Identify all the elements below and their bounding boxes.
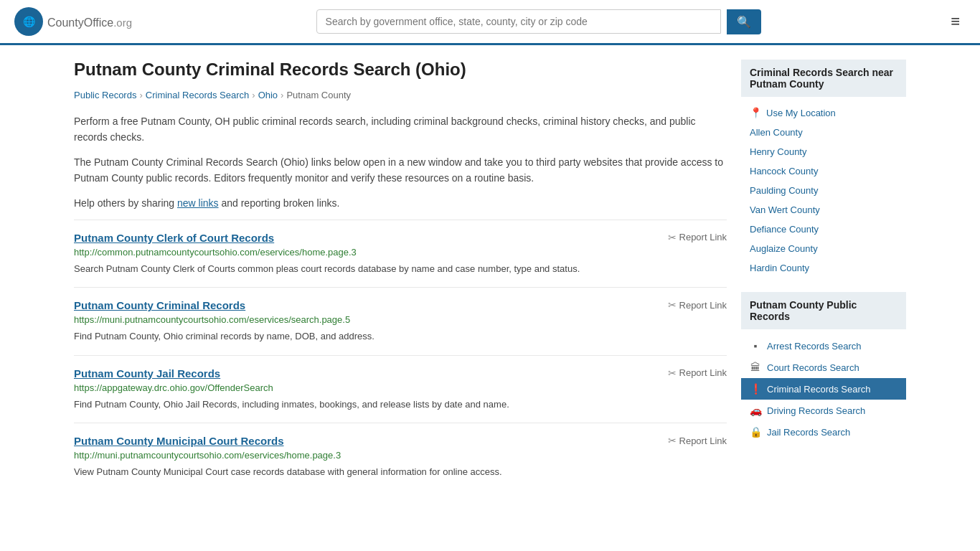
breadcrumb-ohio[interactable]: Ohio	[258, 90, 278, 100]
sidebar: Criminal Records Search near Putnam Coun…	[741, 60, 906, 491]
report-link-3[interactable]: ✂ Report Link	[668, 435, 727, 446]
record-url-2[interactable]: https://appgateway.drc.ohio.gov/Offender…	[74, 382, 727, 393]
record-link-label-3: Driving Records Search	[767, 405, 865, 416]
svg-text:🌐: 🌐	[23, 16, 36, 28]
logo-area: 🌐 CountyOffice.org	[14, 7, 132, 36]
report-link-label-1: Report Link	[679, 300, 727, 311]
record-link-icon-1: 🏛	[750, 362, 761, 373]
report-icon-1: ✂	[668, 299, 677, 311]
record-url-0[interactable]: http://common.putnamcountycourtsohio.com…	[74, 247, 727, 258]
logo-suffix: .org	[113, 17, 132, 29]
record-desc-3: View Putnam County Municipal Court case …	[74, 465, 727, 479]
record-title-3[interactable]: Putnam County Municipal Court Records	[74, 435, 284, 447]
record-desc-2: Find Putnam County, Ohio Jail Records, i…	[74, 397, 727, 412]
report-link-2[interactable]: ✂ Report Link	[668, 367, 727, 379]
description-1: Perform a free Putnam County, OH public …	[74, 113, 727, 146]
hamburger-icon: ≡	[951, 12, 960, 30]
logo-icon: 🌐	[14, 7, 43, 36]
record-title-2[interactable]: Putnam County Jail Records	[74, 367, 220, 380]
report-link-label-0: Report Link	[679, 232, 727, 242]
breadcrumb-putnam: Putnam County	[286, 90, 351, 100]
description-3: Help others by sharing new links and rep…	[74, 195, 727, 211]
use-location-label: Use My Location	[766, 108, 836, 118]
record-link-label-4: Jail Records Search	[767, 427, 850, 438]
sidebar-record-link-0[interactable]: ▪ Arrest Records Search	[741, 335, 906, 357]
search-input[interactable]	[316, 9, 721, 34]
search-bar: 🔍	[316, 9, 761, 34]
sidebar-county-6[interactable]: Auglaize County	[741, 239, 906, 258]
records-list: Putnam County Clerk of Court Records ✂ R…	[74, 220, 727, 491]
breadcrumb-criminal-records[interactable]: Criminal Records Search	[146, 90, 250, 100]
sidebar-record-link-4[interactable]: 🔒 Jail Records Search	[741, 421, 906, 443]
sidebar-county-7[interactable]: Hardin County	[741, 258, 906, 278]
location-icon: 📍	[750, 107, 762, 118]
desc3-after: and reporting broken links.	[219, 197, 340, 209]
main-container: Putnam County Criminal Records Search (O…	[60, 45, 920, 505]
sidebar-county-1[interactable]: Henry County	[741, 142, 906, 161]
sidebar-record-link-1[interactable]: 🏛 Court Records Search	[741, 357, 906, 378]
record-item: Putnam County Clerk of Court Records ✂ R…	[74, 220, 727, 288]
search-button[interactable]: 🔍	[727, 9, 761, 34]
menu-button[interactable]: ≡	[945, 9, 966, 34]
record-link-icon-2: ❗	[750, 383, 761, 395]
report-icon-2: ✂	[668, 367, 677, 379]
report-icon-0: ✂	[668, 232, 677, 243]
content-area: Putnam County Criminal Records Search (O…	[74, 60, 727, 491]
report-link-1[interactable]: ✂ Report Link	[668, 299, 727, 311]
record-url-1[interactable]: https://muni.putnamcountycourtsohio.com/…	[74, 314, 727, 325]
sidebar-county-3[interactable]: Paulding County	[741, 181, 906, 200]
sidebar-record-link-3[interactable]: 🚗 Driving Records Search	[741, 400, 906, 421]
sidebar-county-4[interactable]: Van Wert County	[741, 200, 906, 220]
record-item: Putnam County Criminal Records ✂ Report …	[74, 287, 727, 355]
breadcrumb: Public Records › Criminal Records Search…	[74, 90, 727, 100]
record-title-0[interactable]: Putnam County Clerk of Court Records	[74, 232, 274, 244]
public-records-links: ▪ Arrest Records Search 🏛 Court Records …	[741, 335, 906, 443]
site-header: 🌐 CountyOffice.org 🔍 ≡	[0, 0, 980, 45]
report-link-label-3: Report Link	[679, 435, 727, 446]
description-2: The Putnam County Criminal Records Searc…	[74, 154, 727, 187]
record-link-icon-4: 🔒	[750, 426, 761, 438]
record-url-3[interactable]: http://muni.putnamcountycourtsohio.com/e…	[74, 450, 727, 461]
desc3-before: Help others by sharing	[74, 197, 177, 209]
record-desc-0: Search Putnam County Clerk of Courts com…	[74, 262, 727, 276]
report-link-label-2: Report Link	[679, 367, 727, 378]
breadcrumb-sep-1: ›	[139, 90, 142, 100]
sidebar-county-0[interactable]: Allen County	[741, 123, 906, 142]
breadcrumb-sep-2: ›	[252, 90, 255, 100]
breadcrumb-sep-3: ›	[281, 90, 283, 100]
search-icon: 🔍	[737, 16, 751, 28]
report-link-0[interactable]: ✂ Report Link	[668, 232, 727, 243]
record-link-icon-0: ▪	[750, 340, 761, 352]
record-link-label-1: Court Records Search	[767, 362, 859, 373]
sidebar-county-5[interactable]: Defiance County	[741, 220, 906, 239]
record-link-icon-3: 🚗	[750, 405, 761, 416]
nearby-counties-list: Allen CountyHenry CountyHancock CountyPa…	[741, 123, 906, 278]
logo-text: CountyOffice.org	[47, 14, 132, 30]
page-title: Putnam County Criminal Records Search (O…	[74, 60, 727, 80]
report-icon-3: ✂	[668, 435, 677, 446]
sidebar-section-1-title: Criminal Records Search near Putnam Coun…	[741, 60, 906, 97]
record-item: Putnam County Municipal Court Records ✂ …	[74, 423, 727, 491]
use-location-button[interactable]: 📍 Use My Location	[741, 103, 906, 123]
breadcrumb-public-records[interactable]: Public Records	[74, 90, 136, 100]
logo-name: CountyOffice	[47, 17, 113, 29]
record-title-1[interactable]: Putnam County Criminal Records	[74, 299, 245, 311]
record-link-label-0: Arrest Records Search	[767, 341, 862, 352]
record-item: Putnam County Jail Records ✂ Report Link…	[74, 355, 727, 423]
sidebar-record-link-2[interactable]: ❗ Criminal Records Search	[741, 378, 906, 400]
sidebar-section-2-title: Putnam County Public Records	[741, 292, 906, 329]
new-links-link[interactable]: new links	[177, 197, 219, 209]
sidebar-county-2[interactable]: Hancock County	[741, 161, 906, 181]
sidebar-section-2: Putnam County Public Records ▪ Arrest Re…	[741, 292, 906, 443]
record-link-label-2: Criminal Records Search	[767, 384, 871, 395]
record-desc-1: Find Putnam County, Ohio criminal record…	[74, 329, 727, 344]
